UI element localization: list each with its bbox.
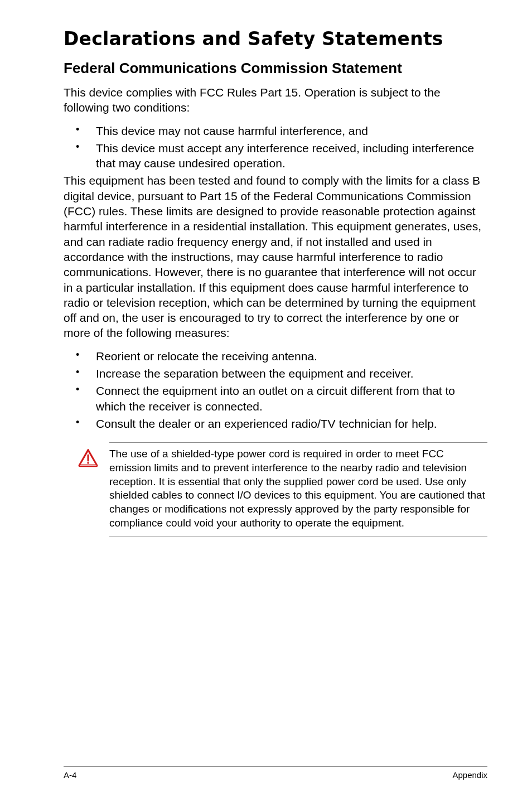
intro-paragraph: This device complies with FCC Rules Part… [64, 85, 487, 115]
list-item: This device may not cause harmful interf… [64, 123, 487, 138]
list-item: Consult the dealer or an experienced rad… [64, 416, 487, 431]
list-item: This device must accept any interference… [64, 141, 487, 171]
measures-list: Reorient or relocate the receiving anten… [64, 349, 487, 431]
list-item: Increase the separation between the equi… [64, 366, 487, 381]
footer-section: Appendix [452, 770, 487, 780]
warning-callout: The use of a shielded-type power cord is… [77, 442, 487, 537]
section-heading: Federal Communications Commission Statem… [64, 60, 487, 77]
list-item: Reorient or relocate the receiving anten… [64, 349, 487, 364]
warning-icon [77, 442, 109, 537]
body-paragraph: This equipment has been tested and found… [64, 173, 487, 340]
page-footer: A-4 Appendix [64, 766, 487, 780]
svg-point-1 [87, 462, 89, 464]
page-title: Declarations and Safety Statements [64, 28, 487, 50]
list-item: Connect the equipment into an outlet on … [64, 383, 487, 414]
page-number: A-4 [64, 770, 76, 780]
callout-text: The use of a shielded-type power cord is… [109, 447, 487, 530]
conditions-list: This device may not cause harmful interf… [64, 123, 487, 171]
